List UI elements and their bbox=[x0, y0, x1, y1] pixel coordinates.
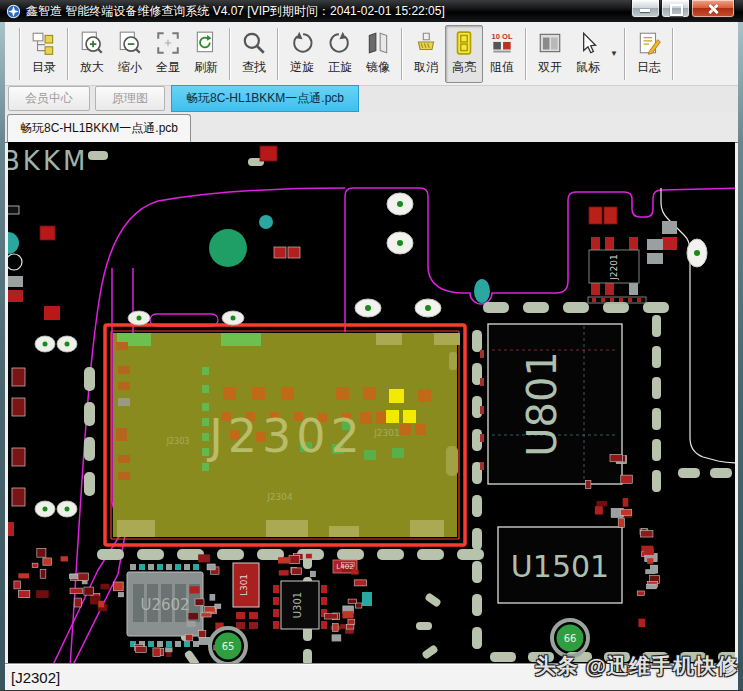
app-window: { "window": { "title": "鑫智造 智能终端设备维修查询系统… bbox=[0, 0, 743, 691]
pcb-component bbox=[223, 387, 236, 400]
toolbar-separator bbox=[229, 28, 231, 80]
pcb-pad bbox=[652, 408, 661, 430]
tab-row-primary: 会员中心 原理图 畅玩8C-HL1BKKM一点通.pcb bbox=[5, 86, 738, 112]
toolbar-button-zoom-in[interactable]: 放大 bbox=[73, 25, 111, 83]
pcb-small-part bbox=[623, 498, 629, 507]
pcb-component bbox=[266, 520, 308, 537]
pcb-component bbox=[202, 385, 209, 393]
pcb-component bbox=[184, 564, 190, 570]
pcb-component bbox=[139, 564, 145, 570]
pcb-component bbox=[166, 641, 172, 647]
toolbar-button-label: 放大 bbox=[80, 59, 104, 76]
toolbar-button-resistance[interactable]: 10 OL阻值 bbox=[483, 25, 521, 83]
pcb-component bbox=[376, 333, 402, 345]
pcb-pad bbox=[563, 302, 589, 313]
close-button[interactable] bbox=[691, 0, 735, 18]
pcb-via bbox=[425, 305, 431, 311]
pcb-testpoint-label: 66 bbox=[564, 633, 577, 644]
pcb-component bbox=[118, 455, 130, 463]
pcb-component bbox=[400, 424, 411, 435]
pcb-via bbox=[694, 250, 700, 256]
pcb-small-part bbox=[348, 599, 356, 603]
toolbar-button-log[interactable]: 日志 bbox=[630, 25, 668, 83]
toolbar-button-mouse[interactable]: 鼠标 bbox=[569, 25, 607, 83]
toolbar-separator bbox=[67, 28, 69, 80]
pcb-component bbox=[336, 387, 349, 400]
pcb-component bbox=[418, 389, 431, 402]
pcb-small-part bbox=[618, 519, 624, 528]
pcb-via bbox=[365, 305, 371, 311]
pcb-component bbox=[202, 463, 209, 471]
pcb-component bbox=[202, 448, 209, 456]
pcb-component bbox=[610, 298, 614, 302]
pcb-component bbox=[44, 306, 60, 320]
toolbar-button-rotate-ccw[interactable]: 逆旋 bbox=[283, 25, 321, 83]
pcb-component bbox=[392, 448, 404, 458]
pcb-component bbox=[619, 298, 623, 302]
pcb-label-L301: L301 bbox=[239, 574, 249, 596]
pcb-component bbox=[662, 221, 677, 234]
pcb-component bbox=[629, 237, 638, 250]
pcb-component bbox=[184, 641, 190, 647]
pcb-pad bbox=[643, 302, 669, 313]
pcb-small-part bbox=[195, 599, 204, 606]
toolbar-button-catalog[interactable]: 目录 bbox=[25, 25, 63, 83]
toolbar-button-highlight[interactable]: 高亮 bbox=[445, 25, 483, 83]
toolbar-button-label: 逆旋 bbox=[290, 59, 314, 76]
toolbar-button-label: 缩小 bbox=[118, 59, 142, 76]
toolbar-button-search[interactable]: 查找 bbox=[235, 25, 273, 83]
minimize-button[interactable] bbox=[631, 0, 660, 18]
pcb-component bbox=[329, 526, 359, 537]
toolbar-button-mirror[interactable]: 镜像 bbox=[359, 25, 397, 83]
pcb-small-part bbox=[621, 475, 633, 483]
pcb-component bbox=[364, 450, 376, 460]
pcb-pad bbox=[84, 472, 95, 496]
toolbar-button-cancel[interactable]: 取消 bbox=[407, 25, 445, 83]
pcb-pad bbox=[523, 302, 549, 313]
toolbar-button-dual-view[interactable]: 双开 bbox=[531, 25, 569, 83]
pcb-component bbox=[480, 378, 484, 386]
pcb-small-part bbox=[36, 590, 49, 598]
pcb-component bbox=[591, 283, 600, 295]
pcb-small-part bbox=[187, 621, 196, 627]
document-tab[interactable]: 畅玩8C-HL1BKKM一点通.pcb bbox=[7, 114, 191, 142]
pcb-small-part bbox=[278, 557, 291, 563]
dual-view-icon bbox=[537, 30, 563, 56]
pcb-component bbox=[148, 564, 154, 570]
maximize-button[interactable] bbox=[661, 0, 690, 18]
maximize-icon bbox=[670, 4, 683, 16]
pcb-small-part bbox=[165, 647, 172, 652]
toolbar-button-rotate-cw[interactable]: 正旋 bbox=[321, 25, 359, 83]
pcb-component bbox=[389, 389, 404, 403]
tab-pcb-file[interactable]: 畅玩8C-HL1BKKM一点通.pcb bbox=[171, 85, 359, 112]
toolbar-button-fit[interactable]: 全显 bbox=[149, 25, 187, 83]
pcb-via bbox=[65, 507, 70, 512]
pcb-pad bbox=[603, 302, 629, 313]
pcb-component bbox=[202, 367, 209, 375]
toolbar-button-refresh[interactable]: 刷新 bbox=[187, 25, 225, 83]
tab-schematic[interactable]: 原理图 bbox=[95, 86, 165, 111]
pcb-small-part bbox=[647, 584, 657, 589]
pcb-component bbox=[480, 462, 484, 470]
pcb-small-part bbox=[14, 581, 21, 589]
pcb-small-part bbox=[78, 573, 89, 580]
pcb-label-U1501: U1501 bbox=[511, 549, 609, 584]
pcb-pad bbox=[457, 549, 484, 560]
pcb-component bbox=[410, 520, 444, 537]
pcb-small-part bbox=[119, 593, 124, 597]
pcb-canvas[interactable]: 6566BKKMJ2302J2303J2301J2304U801U1501U26… bbox=[8, 142, 735, 665]
svg-text:10 OL: 10 OL bbox=[491, 31, 512, 40]
pcb-component bbox=[148, 641, 154, 647]
pcb-component bbox=[202, 433, 209, 441]
pcb-pad bbox=[718, 652, 735, 662]
pcb-component bbox=[175, 564, 181, 570]
rotate-ccw-icon bbox=[289, 30, 315, 56]
pcb-via bbox=[65, 342, 70, 347]
pcb-small-part bbox=[596, 501, 607, 506]
pcb-component bbox=[604, 207, 617, 224]
pcb-pad bbox=[652, 470, 661, 492]
pcb-via bbox=[397, 240, 403, 246]
toolbar-button-zoom-out[interactable]: 缩小 bbox=[111, 25, 149, 83]
mouse-dropdown-arrow[interactable]: ▼ bbox=[608, 25, 620, 83]
tab-member-center[interactable]: 会员中心 bbox=[8, 86, 90, 111]
